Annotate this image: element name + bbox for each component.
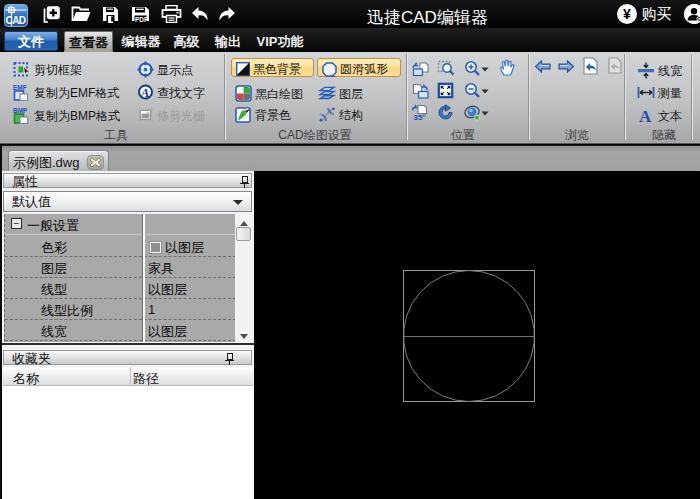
svg-text:PDF: PDF	[135, 16, 148, 23]
svg-text:35°: 35°	[414, 113, 426, 121]
svg-text:A: A	[639, 107, 652, 124]
svg-text:EMF: EMF	[13, 84, 27, 91]
svg-text:A: A	[140, 85, 150, 100]
svg-text:BMP: BMP	[13, 107, 28, 114]
